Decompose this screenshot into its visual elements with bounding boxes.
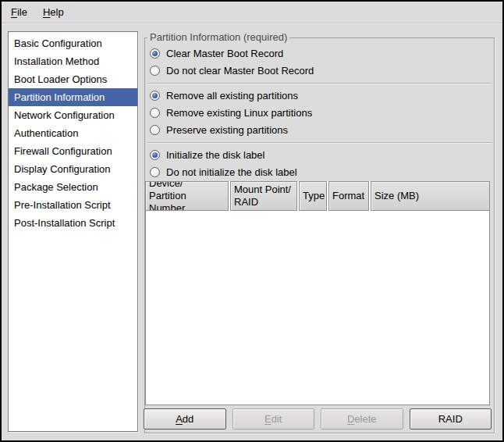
radio-clear-master-boot-record[interactable]: Clear Master Boot Record [150,45,283,61]
radio-button-icon[interactable] [150,91,160,101]
radio-button-icon[interactable] [150,150,160,160]
sidebar-item-authentication[interactable]: Authentication [9,124,137,142]
frame-title: Partition Information (required) [147,31,289,44]
partition-table-header: Device/ Partition NumberMount Point/ RAI… [145,181,490,211]
radio-label: Preserve existing partitions [166,124,288,136]
section-list[interactable]: Basic ConfigurationInstallation MethodBo… [8,31,138,432]
group-separator [147,142,492,144]
group-separator [147,83,492,84]
radio-label: Clear Master Boot Record [166,48,283,59]
sidebar-item-pre-installation-script[interactable]: Pre-Installation Script [9,196,137,214]
sidebar-item-network-configuration[interactable]: Network Configuration [9,106,137,124]
sidebar-item-post-installation-script[interactable]: Post-Installation Script [9,214,137,232]
radio-label: Remove all existing partitions [166,90,298,102]
kickstart-configurator-window: FileHelp Basic ConfigurationInstallation… [0,0,504,442]
menubar: FileHelp [2,2,502,23]
radio-label: Do not clear Master Boot Record [166,65,314,77]
radio-label: Remove existing Linux partitions [166,107,312,119]
sidebar-item-basic-configuration[interactable]: Basic Configuration [9,34,137,52]
radio-remove-existing-linux-partitions[interactable]: Remove existing Linux partitions [150,105,312,120]
radio-label: Initialize the disk label [166,149,264,161]
column-header-device[interactable]: Device/ Partition Number [145,181,229,211]
radio-button-icon[interactable] [150,66,160,76]
menu-file[interactable]: File [3,2,35,23]
radio-button-icon[interactable] [150,48,160,59]
raid-button[interactable]: RAID [410,408,492,430]
sidebar-item-display-configuration[interactable]: Display Configuration [9,160,137,178]
sidebar-item-partition-information[interactable]: Partition Information [9,88,137,106]
radio-do-not-clear-master-boot-record[interactable]: Do not clear Master Boot Record [150,62,314,78]
column-header-type[interactable]: Type [299,181,327,211]
radio-remove-all-existing-partitions[interactable]: Remove all existing partitions [150,87,298,103]
radio-do-not-initialize-the-disk-label[interactable]: Do not initialize the disk label [150,164,297,180]
sidebar-item-firewall-configuration[interactable]: Firewall Configuration [9,142,137,160]
partition-table: Device/ Partition NumberMount Point/ RAI… [145,181,490,405]
sidebar-item-package-selection[interactable]: Package Selection [9,178,137,196]
column-header-mount-point[interactable]: Mount Point/ RAID [230,181,297,211]
sidebar-item-installation-method[interactable]: Installation Method [9,52,137,70]
radio-button-icon[interactable] [150,108,160,118]
column-header-size-mb[interactable]: Size (MB) [371,181,490,211]
add-button[interactable]: Add [144,408,226,430]
menu-help[interactable]: Help [35,2,72,23]
radio-button-icon[interactable] [150,167,160,177]
partition-table-body [145,211,490,405]
delete-button: Delete [321,408,403,430]
sidebar-item-boot-loader-options[interactable]: Boot Loader Options [9,70,137,88]
radio-label: Do not initialize the disk label [166,166,297,178]
edit-button: Edit [232,408,315,430]
radio-button-icon[interactable] [150,125,160,135]
column-header-format[interactable]: Format [328,181,369,211]
partition-button-row: AddEditDeleteRAID [144,408,492,430]
radio-preserve-existing-partitions[interactable]: Preserve existing partitions [150,122,288,137]
radio-initialize-the-disk-label[interactable]: Initialize the disk label [150,147,264,162]
